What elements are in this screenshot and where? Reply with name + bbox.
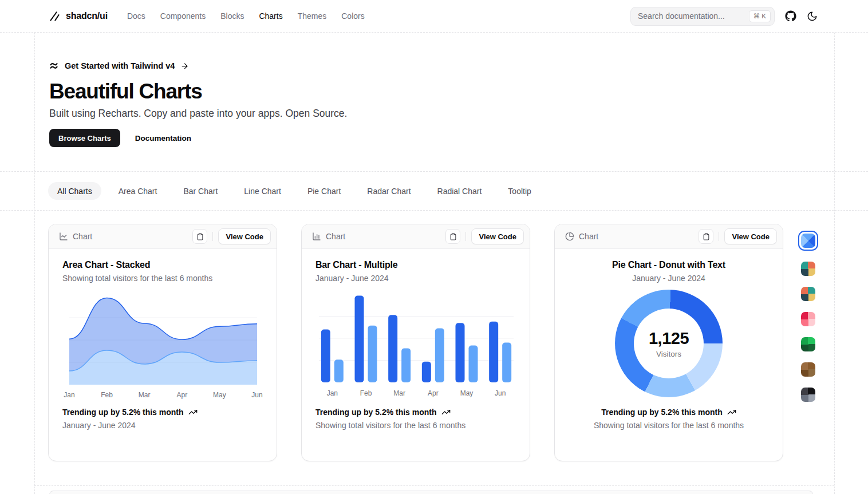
view-code-button[interactable]: View Code xyxy=(218,228,271,244)
copy-code-button[interactable] xyxy=(192,229,207,244)
footer-subtext: Showing total visitors for the last 6 mo… xyxy=(569,421,769,430)
card-header: Chart View Code xyxy=(49,224,277,249)
chart-description: January - June 2024 xyxy=(569,274,769,283)
chart-type-tabs: All ChartsArea ChartBar ChartLine ChartP… xyxy=(0,171,868,211)
brand-name: shadcn/ui xyxy=(66,11,108,21)
trending-up-icon xyxy=(188,408,198,417)
theme-swatch-palette-alt[interactable] xyxy=(801,287,815,301)
x-axis-label: Jan xyxy=(327,389,338,397)
page-subtitle: Built using Recharts. Copy and paste int… xyxy=(49,107,868,120)
theme-picker xyxy=(798,231,818,402)
nav-link-docs[interactable]: Docs xyxy=(127,11,145,21)
chart-line-icon xyxy=(59,232,68,241)
nav-link-colors[interactable]: Colors xyxy=(341,11,364,21)
donut-total-label: Visitors xyxy=(656,350,681,358)
stacked-area-chart: JanFebMarAprMayJun xyxy=(62,290,263,402)
x-axis-label: May xyxy=(460,389,474,397)
grouped-bar-chart: JanFebMarAprMayJun xyxy=(315,290,516,402)
x-axis-label: Jan xyxy=(64,391,74,399)
banner-text: Get Started with Tailwind v4 xyxy=(65,61,175,70)
x-axis-label: May xyxy=(213,391,226,399)
trend-line: Trending up by 5.2% this month xyxy=(569,408,769,417)
chart-title: Area Chart - Stacked xyxy=(62,260,263,270)
pie-chart-icon xyxy=(565,232,574,241)
x-axis-label: Mar xyxy=(393,389,405,397)
theme-swatch-green[interactable] xyxy=(801,337,815,351)
divider xyxy=(719,232,719,241)
trend-line: Trending up by 5.2% this month xyxy=(315,408,516,417)
search-box[interactable]: ⌘ K xyxy=(630,7,775,26)
brand-logo[interactable]: shadcn/ui xyxy=(49,11,108,22)
top-nav: shadcn/ui DocsComponentsBlocksChartsThem… xyxy=(0,0,868,33)
donut-chart: 1,125 Visitors xyxy=(615,290,723,397)
chart-cards-row: Chart View Code Area Chart - Stacked Sho… xyxy=(48,224,868,461)
x-axis-label: Jun xyxy=(251,391,262,399)
nav-link-components[interactable]: Components xyxy=(160,11,206,21)
copy-code-button[interactable] xyxy=(699,229,713,244)
trending-up-icon xyxy=(441,408,451,417)
github-icon[interactable] xyxy=(785,10,796,22)
chart-description: Showing total visitors for the last 6 mo… xyxy=(62,274,263,283)
browse-charts-button[interactable]: Browse Charts xyxy=(49,129,120,147)
view-code-button[interactable]: View Code xyxy=(471,228,524,244)
search-input[interactable] xyxy=(638,11,729,21)
nav-link-blocks[interactable]: Blocks xyxy=(220,11,244,21)
section-divider xyxy=(34,485,834,486)
chart-title: Pie Chart - Donut with Text xyxy=(569,260,769,270)
shadcn-logo-icon xyxy=(49,11,60,22)
tab-area-chart[interactable]: Area Chart xyxy=(109,182,167,200)
pie-chart-card: Chart View Code Pie Chart - Donut with T… xyxy=(554,224,783,461)
tailwind-v4-banner[interactable]: Get Started with Tailwind v4 xyxy=(49,61,189,70)
x-axis-label: Apr xyxy=(428,389,439,397)
copy-code-button[interactable] xyxy=(445,229,460,244)
donut-center: 1,125 Visitors xyxy=(634,309,704,378)
tab-tooltip[interactable]: Tooltip xyxy=(499,182,540,200)
tab-pie-chart[interactable]: Pie Chart xyxy=(298,182,350,200)
hero-section: Get Started with Tailwind v4 Beautiful C… xyxy=(0,33,868,171)
footer-subtext: January - June 2024 xyxy=(62,421,263,430)
theme-swatch-default[interactable] xyxy=(801,262,815,276)
x-axis-label: Feb xyxy=(360,389,372,397)
x-axis-label: Jun xyxy=(495,389,506,397)
arrow-right-icon xyxy=(180,62,189,70)
page-title: Beautiful Charts xyxy=(49,80,868,102)
selected-theme-ring[interactable] xyxy=(798,231,818,251)
divider xyxy=(212,232,213,241)
view-code-button[interactable]: View Code xyxy=(724,228,777,244)
theme-swatch-rose[interactable] xyxy=(801,312,815,326)
card-header-label: Chart xyxy=(326,232,345,241)
card-header-label: Chart xyxy=(73,232,92,241)
x-axis-label: Apr xyxy=(176,391,187,399)
theme-swatch-brown[interactable] xyxy=(801,362,815,377)
hero-actions: Browse Charts Documentation xyxy=(49,129,868,147)
footer-subtext: Showing total visitors for the last 6 mo… xyxy=(315,421,516,430)
chart-column-icon xyxy=(312,232,321,241)
x-axis-label: Mar xyxy=(139,391,151,399)
nav-link-charts[interactable]: Charts xyxy=(259,11,282,21)
search-shortcut-kbd: ⌘ K xyxy=(749,10,771,22)
theme-swatch-gray[interactable] xyxy=(801,388,815,402)
x-axis-label: Feb xyxy=(101,391,113,399)
card-header-label: Chart xyxy=(579,232,598,241)
card-header: Chart View Code xyxy=(555,224,783,249)
tab-bar-chart[interactable]: Bar Chart xyxy=(174,182,227,200)
area-chart-card: Chart View Code Area Chart - Stacked Sho… xyxy=(48,224,277,461)
bar-chart-card: Chart View Code Bar Chart - Multiple Jan… xyxy=(301,224,530,461)
next-section-card-edge xyxy=(49,491,813,494)
tailwind-logo-icon xyxy=(49,62,59,70)
card-header: Chart View Code xyxy=(302,224,530,249)
divider xyxy=(465,232,466,241)
tab-radial-chart[interactable]: Radial Chart xyxy=(428,182,491,200)
chart-title: Bar Chart - Multiple xyxy=(315,260,516,270)
theme-swatch-blue[interactable] xyxy=(801,234,815,248)
nav-link-themes[interactable]: Themes xyxy=(298,11,327,21)
trending-up-icon xyxy=(727,408,736,417)
nav-links: DocsComponentsBlocksChartsThemesColors xyxy=(127,11,365,21)
tab-radar-chart[interactable]: Radar Chart xyxy=(358,182,420,200)
donut-total-value: 1,125 xyxy=(649,329,689,348)
chart-description: January - June 2024 xyxy=(315,274,516,283)
tab-line-chart[interactable]: Line Chart xyxy=(235,182,290,200)
dark-mode-moon-icon[interactable] xyxy=(807,11,818,22)
documentation-button[interactable]: Documentation xyxy=(126,129,200,147)
tab-all-charts[interactable]: All Charts xyxy=(48,182,101,200)
